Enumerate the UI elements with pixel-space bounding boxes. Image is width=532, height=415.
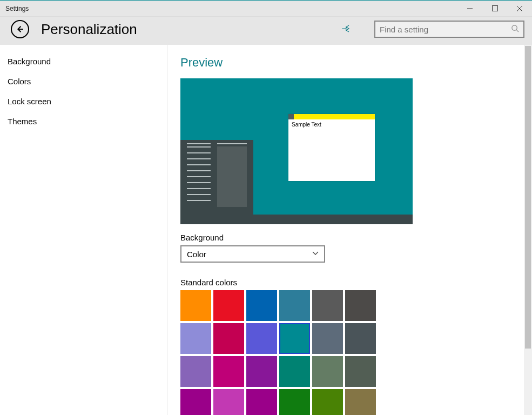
search-box[interactable]	[374, 21, 524, 38]
color-swatch[interactable]	[345, 389, 376, 415]
preview-panel: Sample Text	[180, 78, 413, 224]
search-input[interactable]	[380, 25, 511, 34]
preview-sample-text: Sample Text	[288, 119, 375, 130]
maximize-button[interactable]	[482, 1, 507, 17]
color-swatch[interactable]	[345, 323, 376, 354]
color-swatch[interactable]	[312, 290, 343, 321]
sidebar-item-colors[interactable]: Colors	[0, 71, 167, 91]
preview-heading: Preview	[180, 56, 532, 70]
color-swatch[interactable]	[312, 389, 343, 415]
color-swatch[interactable]	[213, 356, 244, 387]
svg-rect-1	[492, 6, 497, 11]
sidebar: Background Colors Lock screen Themes	[0, 45, 167, 415]
content: Preview Sample Text	[167, 45, 532, 415]
color-swatch[interactable]	[180, 389, 211, 415]
color-swatch[interactable]	[246, 389, 277, 415]
color-swatch[interactable]	[180, 356, 211, 387]
color-swatch[interactable]	[345, 290, 376, 321]
background-dropdown[interactable]: Color	[180, 245, 325, 263]
background-dropdown-value: Color	[187, 250, 312, 259]
color-swatch[interactable]	[213, 290, 244, 321]
color-swatch[interactable]	[279, 389, 310, 415]
background-label: Background	[180, 233, 532, 242]
color-swatch[interactable]	[279, 290, 310, 321]
preview-start-menu	[180, 140, 253, 215]
scrollbar[interactable]	[524, 45, 532, 415]
color-swatch[interactable]	[246, 290, 277, 321]
pin-icon[interactable]	[341, 24, 362, 35]
scrollbar-thumb[interactable]	[525, 46, 531, 349]
window-title: Settings	[5, 5, 29, 12]
color-swatch[interactable]	[180, 290, 211, 321]
back-button[interactable]	[11, 20, 29, 38]
sidebar-item-label: Background	[8, 57, 51, 66]
color-swatch[interactable]	[312, 323, 343, 354]
color-swatch[interactable]	[246, 323, 277, 354]
sidebar-item-background[interactable]: Background	[0, 51, 167, 71]
close-button[interactable]	[507, 1, 532, 17]
svg-point-5	[512, 25, 517, 30]
color-grid	[180, 290, 532, 415]
color-swatch[interactable]	[279, 323, 310, 354]
minimize-button[interactable]	[457, 1, 482, 17]
search-icon	[511, 24, 519, 34]
page-title: Personalization	[41, 21, 137, 38]
sidebar-item-label: Colors	[8, 77, 31, 86]
color-swatch[interactable]	[180, 323, 211, 354]
titlebar: Settings	[0, 1, 532, 17]
header: Personalization	[0, 17, 532, 45]
color-swatch[interactable]	[213, 389, 244, 415]
sidebar-item-lock-screen[interactable]: Lock screen	[0, 91, 167, 111]
preview-window-titlebar	[288, 114, 375, 119]
svg-line-6	[516, 30, 518, 32]
preview-taskbar	[180, 215, 413, 224]
standard-colors-label: Standard colors	[180, 278, 532, 287]
preview-window-menu-icon	[288, 114, 294, 119]
sidebar-item-label: Themes	[8, 117, 37, 126]
chevron-down-icon	[312, 250, 319, 258]
color-swatch[interactable]	[213, 323, 244, 354]
sidebar-item-themes[interactable]: Themes	[0, 111, 167, 131]
preview-sample-window: Sample Text	[288, 114, 375, 181]
color-swatch[interactable]	[312, 356, 343, 387]
sidebar-item-label: Lock screen	[8, 97, 51, 106]
color-swatch[interactable]	[345, 356, 376, 387]
color-swatch[interactable]	[246, 356, 277, 387]
color-swatch[interactable]	[279, 356, 310, 387]
